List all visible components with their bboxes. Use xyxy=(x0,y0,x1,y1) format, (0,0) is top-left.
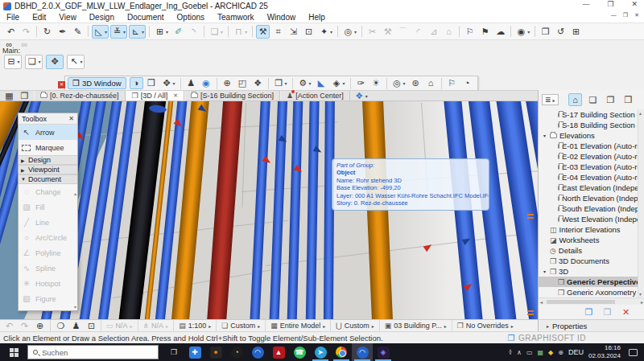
3d-window-button[interactable]: ❒ 3D Window xyxy=(68,77,126,89)
copy-view-icon[interactable]: ❐ xyxy=(539,25,552,39)
tab-close-icon[interactable]: ✕ xyxy=(173,92,178,99)
figure-tool[interactable]: ▧Figure xyxy=(19,291,77,306)
tree-item[interactable]: East Elevation (Independent xyxy=(539,183,638,193)
home-view-icon[interactable]: ⌂ xyxy=(424,77,438,89)
menu-teamwork[interactable]: Teamwork xyxy=(211,13,261,22)
tab-s16-section[interactable]: [S-16 Building Section] xyxy=(184,91,280,101)
marquee-frame-icon[interactable]: ❏▾ xyxy=(208,25,225,39)
paint-style-icon[interactable]: ◣ xyxy=(315,77,328,89)
task-view-button[interactable]: ❐ xyxy=(163,343,184,361)
snap-guides-icon[interactable]: ≚▾ xyxy=(110,25,127,39)
split-icon[interactable]: ✂ xyxy=(365,25,379,39)
tray-scroll-icon[interactable]: ∧∨ xyxy=(509,350,512,355)
notification-center-icon[interactable] xyxy=(629,349,638,356)
selection-flyout-button[interactable]: ❏▾ xyxy=(25,55,43,69)
tray-security-icon[interactable]: ◆ xyxy=(548,349,553,356)
scroll-left-icon[interactable]: ◂ xyxy=(540,299,543,305)
view-back-icon[interactable]: ↶ xyxy=(2,321,16,331)
look-around-icon[interactable]: ◉ xyxy=(200,77,213,89)
whatsapp-button[interactable]: ☎ xyxy=(289,343,310,361)
tab-views-icon[interactable]: ❖▾ xyxy=(353,91,369,101)
screen-recorder-button[interactable]: ● xyxy=(205,343,226,361)
dimension-style[interactable]: ▣03 Building P...▸ xyxy=(379,320,452,331)
tree-item[interactable]: ▾❒3D xyxy=(539,266,638,277)
rotate-view-icon[interactable]: ↺ xyxy=(554,25,568,39)
scroll-up-icon[interactable]: ▴ xyxy=(639,110,642,116)
menu-options[interactable]: Options xyxy=(171,13,211,22)
tree-item[interactable]: ◷Details xyxy=(539,245,638,256)
child-close-button[interactable]: ✕ xyxy=(634,12,639,18)
view-map-tab-icon[interactable]: ❏ xyxy=(586,93,600,106)
archicad-button[interactable]: ◠ xyxy=(247,343,268,361)
design-app-button[interactable]: ◈ xyxy=(373,343,394,361)
axonometry-icon[interactable]: ❖ xyxy=(251,77,265,89)
flag-icon[interactable]: ⚐ xyxy=(463,25,477,39)
tree-item[interactable]: North Elevation (Independe xyxy=(539,193,638,203)
fillet-icon[interactable]: ◜ xyxy=(411,25,425,39)
toolbox-close-icon[interactable]: ✕ xyxy=(68,115,74,122)
change-tool[interactable]: ◌Change xyxy=(19,184,77,199)
view-forward-icon[interactable]: ↷ xyxy=(18,321,31,331)
tree-item[interactable]: E-01 Elevation (Auto-rebuild xyxy=(539,141,638,151)
tree-item[interactable]: S-18 Building Section (Auto- xyxy=(539,120,638,130)
tray-expand-icon[interactable]: ∧ xyxy=(517,349,522,356)
zoom-selection-icon[interactable]: ⊡ xyxy=(302,25,316,39)
child-minimize-button[interactable]: — xyxy=(611,12,617,18)
tree-item[interactable]: ❒3D Documents xyxy=(539,256,638,266)
marquee-tool[interactable]: Marquee xyxy=(19,140,77,155)
magic-wand-icon[interactable]: ✦▾ xyxy=(317,25,334,39)
arc-circle-tool[interactable]: ○Arc/Circle xyxy=(19,230,77,245)
minimize-button[interactable]: — xyxy=(582,0,589,8)
start-button[interactable] xyxy=(0,343,27,361)
tree-item[interactable]: West Elevation (Independer xyxy=(539,214,638,224)
scrollbar-thumb[interactable] xyxy=(547,300,615,304)
arrow-tool-button[interactable]: ↖▾ xyxy=(67,55,85,69)
layer-combination[interactable]: ❏Custom▸ xyxy=(216,320,265,331)
brush-icon[interactable]: ✑ xyxy=(354,77,368,89)
spline-tool[interactable]: ∿Spline xyxy=(19,260,77,276)
drawing-tool[interactable]: ▤Drawing xyxy=(19,306,77,311)
show-all-3d-icon[interactable]: ❒ xyxy=(145,77,159,89)
tray-display-icon[interactable]: ▭ xyxy=(526,349,533,356)
filter-elements-icon[interactable]: ❐▾ xyxy=(272,77,289,89)
tab-action-center[interactable]: ♟[Action Center] xyxy=(280,91,350,101)
perspective-icon[interactable]: ◰ xyxy=(236,77,250,89)
zoom-window-icon[interactable]: ⊡ xyxy=(85,321,98,331)
view-cone-icon[interactable]: ⊕ xyxy=(221,77,234,89)
snap-points-icon[interactable]: ⊾▾ xyxy=(129,25,146,39)
home-story-icon[interactable]: ⌂ xyxy=(442,25,456,39)
undo-icon[interactable]: ↶ xyxy=(4,25,18,39)
box-grid-icon[interactable]: ⊞ xyxy=(569,25,583,39)
walk-icon[interactable]: ♟ xyxy=(184,77,198,89)
tree-item[interactable]: ◫Interior Elevations xyxy=(539,224,638,235)
shadows-icon[interactable]: ☀ xyxy=(369,77,383,89)
menu-view[interactable]: View xyxy=(52,13,83,22)
menu-design[interactable]: Design xyxy=(83,13,121,22)
delete-viewpoint-button[interactable]: ✕ xyxy=(619,306,633,318)
acrobat-button[interactable]: ▲ xyxy=(268,343,289,361)
pop-up-navigator-icon[interactable]: ▦ xyxy=(2,91,16,101)
walk-mode-icon[interactable]: ♟ xyxy=(69,321,83,331)
tree-item[interactable]: E-02 Elevation (Auto-rebuild xyxy=(539,151,638,162)
inject-parameters-icon[interactable]: ✎ xyxy=(71,25,85,39)
project-map-tab-icon[interactable]: ⌂ xyxy=(568,93,582,106)
language-indicator[interactable]: DEU xyxy=(568,348,584,356)
maximize-button[interactable]: ❐ xyxy=(607,0,613,8)
menu-edit[interactable]: Edit xyxy=(26,13,52,22)
pen-set-selector[interactable]: ⋃Custom▸ xyxy=(330,320,378,331)
guide-eraser-icon[interactable]: ◝ xyxy=(187,25,200,39)
tree-item[interactable]: ▾Elevations xyxy=(539,130,638,141)
child-maximize-button[interactable]: ❐ xyxy=(623,12,628,18)
taskbar-search[interactable]: Suchen xyxy=(27,345,159,359)
obs-button[interactable]: ◔ xyxy=(226,343,247,361)
3d-style-settings-icon[interactable]: ⚙▾ xyxy=(296,77,313,89)
tree-item[interactable]: E-04 Elevation (Auto-rebuild xyxy=(539,172,638,183)
chrome-button[interactable] xyxy=(331,343,352,361)
fit-in-window-icon[interactable]: ⇲ xyxy=(287,25,300,39)
scroll-down-icon[interactable]: ▾ xyxy=(639,291,642,297)
guide-segment-icon[interactable]: ✐ xyxy=(171,25,185,39)
palette-close-badge[interactable]: ✕ xyxy=(58,81,65,88)
favorites-flyout-button[interactable]: ⊟▾ xyxy=(4,55,22,69)
view-settings-button[interactable]: ❐ xyxy=(582,306,596,318)
camera-icon[interactable]: ◎▾ xyxy=(390,77,407,89)
